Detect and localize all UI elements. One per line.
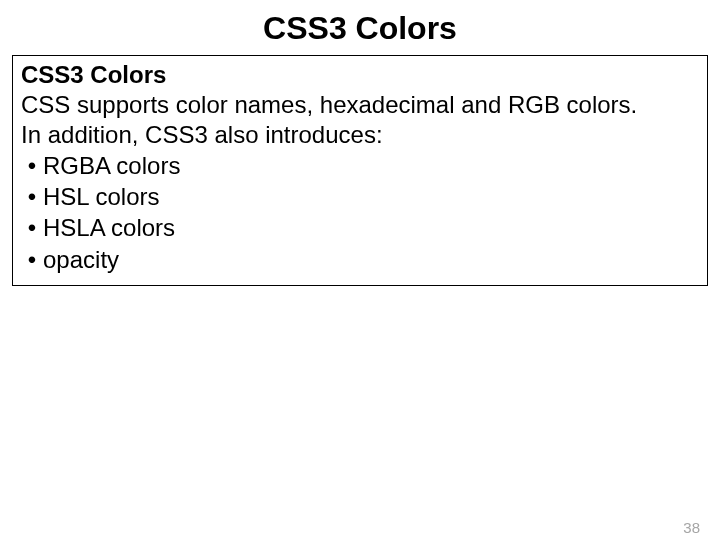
page-number: 38	[683, 519, 700, 536]
bullet-list: RGBA colors HSL colors HSLA colors opaci…	[21, 150, 699, 275]
list-item: opacity	[21, 244, 699, 275]
slide-title: CSS3 Colors	[0, 10, 720, 47]
list-item: HSL colors	[21, 181, 699, 212]
slide: CSS3 Colors CSS3 Colors CSS supports col…	[0, 10, 720, 540]
box-heading: CSS3 Colors	[21, 60, 699, 90]
content-box: CSS3 Colors CSS supports color names, he…	[12, 55, 708, 286]
box-line-2: In addition, CSS3 also introduces:	[21, 120, 699, 150]
list-item: RGBA colors	[21, 150, 699, 181]
box-line-1: CSS supports color names, hexadecimal an…	[21, 90, 699, 120]
list-item: HSLA colors	[21, 212, 699, 243]
